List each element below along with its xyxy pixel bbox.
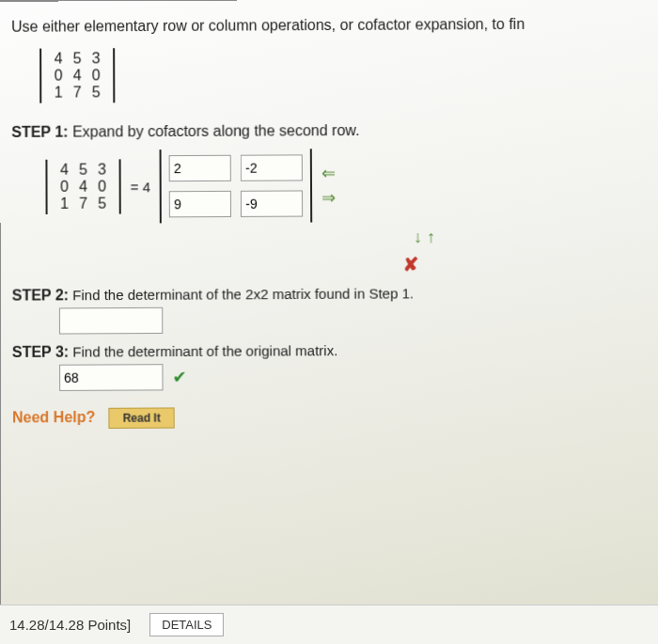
help-row: Need Help? Read It <box>12 405 650 430</box>
s1-r2c3: 0 <box>93 178 112 195</box>
step1-input-br[interactable] <box>241 190 303 216</box>
m-r1c2: 5 <box>68 50 86 67</box>
m-r1c3: 3 <box>86 50 105 67</box>
question-prompt: Use either elementary row or column oper… <box>11 15 647 36</box>
step3-text: Find the determinant of the original mat… <box>72 342 337 360</box>
step1-input-bl[interactable] <box>169 191 231 217</box>
s1-r2c1: 0 <box>55 179 74 196</box>
correct-check-icon: ✔ <box>172 367 186 387</box>
need-help-label: Need Help? <box>12 409 95 426</box>
s1-r1c2: 5 <box>73 162 92 179</box>
incorrect-icon: ✘ <box>172 252 649 277</box>
details-button[interactable]: DETAILS <box>149 613 224 636</box>
m-r2c2: 4 <box>68 67 86 84</box>
step1-text: Expand by cofactors along the second row… <box>72 122 360 140</box>
m-r3c3: 5 <box>86 84 105 101</box>
s1-r2c2: 4 <box>74 179 93 196</box>
step3-block: STEP 3: Find the determinant of the orig… <box>12 340 650 391</box>
step3-input[interactable] <box>59 364 163 391</box>
m-r3c1: 1 <box>49 85 68 102</box>
footer-bar: 14.28/14.28 Points] DETAILS <box>0 605 658 644</box>
s1-r1c1: 4 <box>55 162 73 179</box>
step1-cofactor-bars <box>160 149 313 223</box>
step2-label: STEP 2: <box>12 287 69 303</box>
m-r1c1: 4 <box>49 50 68 67</box>
arrow-right-icon: ⇒ <box>321 187 336 208</box>
step1-input-tr[interactable] <box>241 154 303 181</box>
read-it-button[interactable]: Read It <box>109 407 175 429</box>
step2-block: STEP 2: Find the determinant of the 2x2 … <box>12 284 650 335</box>
s1-r3c3: 5 <box>93 196 112 212</box>
step1-header: STEP 1: Expand by cofactors along the se… <box>11 120 648 141</box>
step1-input-tl[interactable] <box>169 155 231 181</box>
matrix-3x3: 453 040 175 <box>39 48 115 102</box>
question-page: Use either elementary row or column oper… <box>0 0 658 626</box>
points-label: 14.28/14.28 Points] <box>9 617 131 633</box>
arrow-left-icon: ⇐ <box>321 163 336 183</box>
step2-text: Find the determinant of the 2x2 matrix f… <box>72 285 414 303</box>
col-swap-arrows[interactable]: ⇐ ⇒ <box>321 163 336 208</box>
step1-body: 453 040 175 = 4 ⇐ ⇒ <box>45 147 649 224</box>
s1-r3c2: 7 <box>74 196 93 212</box>
m-r2c1: 0 <box>49 67 68 84</box>
row-swap-arrows[interactable]: ↓ ↑ <box>200 227 649 249</box>
step3-label: STEP 3: <box>12 344 69 360</box>
step1-label: STEP 1: <box>11 124 68 140</box>
step2-input[interactable] <box>59 307 163 335</box>
s1-r3c1: 1 <box>55 196 74 212</box>
step1-matrix: 453 040 175 <box>45 159 120 214</box>
s1-r1c3: 3 <box>93 161 112 178</box>
step1-coeff: = 4 <box>131 179 150 195</box>
m-r2c3: 0 <box>86 67 105 84</box>
m-r3c2: 7 <box>68 84 86 101</box>
